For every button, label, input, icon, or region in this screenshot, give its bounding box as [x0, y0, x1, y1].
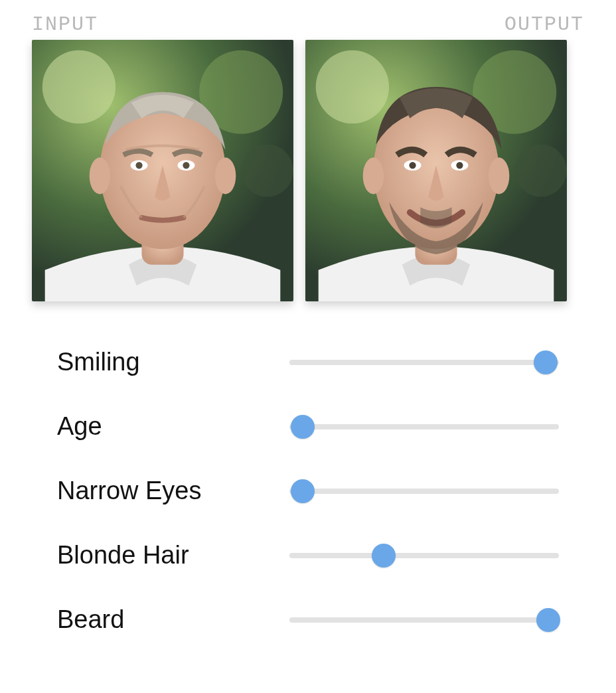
slider-blonde-hair[interactable] [289, 544, 559, 568]
slider-age[interactable] [289, 415, 559, 439]
slider-track [289, 617, 559, 623]
slider-row-narrow-eyes: Narrow Eyes [57, 477, 559, 505]
svg-point-3 [241, 145, 293, 197]
svg-point-15 [514, 145, 567, 197]
input-image [32, 40, 293, 301]
slider-track [289, 360, 559, 365]
slider-thumb[interactable] [534, 350, 558, 374]
slider-beard[interactable] [289, 608, 559, 632]
svg-point-6 [90, 157, 111, 194]
slider-thumb[interactable] [372, 544, 396, 568]
slider-thumb[interactable] [536, 608, 560, 632]
slider-row-smiling: Smiling [57, 348, 559, 376]
slider-track [289, 489, 559, 494]
output-label: OUTPUT [504, 13, 584, 36]
slider-thumb[interactable] [291, 415, 315, 439]
slider-label-blonde-hair: Blonde Hair [57, 541, 289, 570]
svg-point-7 [215, 157, 236, 194]
input-label: INPUT [32, 13, 98, 36]
slider-thumb[interactable] [291, 479, 315, 503]
svg-point-10 [135, 162, 142, 169]
svg-point-23 [456, 162, 463, 169]
slider-label-smiling: Smiling [57, 348, 289, 376]
svg-point-19 [489, 157, 510, 194]
slider-row-age: Age [57, 412, 559, 441]
svg-point-1 [42, 50, 116, 123]
slider-row-beard: Beard [57, 605, 559, 634]
slider-label-narrow-eyes: Narrow Eyes [57, 477, 289, 505]
svg-point-22 [409, 162, 416, 169]
slider-label-age: Age [57, 412, 289, 441]
slider-smiling[interactable] [289, 350, 559, 374]
svg-point-11 [183, 162, 189, 169]
slider-track [289, 553, 559, 558]
slider-row-blonde-hair: Blonde Hair [57, 541, 559, 570]
slider-narrow-eyes[interactable] [289, 479, 559, 503]
slider-label-beard: Beard [57, 605, 289, 634]
output-image [305, 40, 567, 301]
svg-point-13 [316, 50, 389, 123]
attribute-sliders: Smiling Age Narrow Eyes Blonde Hair [32, 341, 584, 634]
svg-point-18 [363, 157, 384, 194]
slider-track [289, 424, 559, 429]
